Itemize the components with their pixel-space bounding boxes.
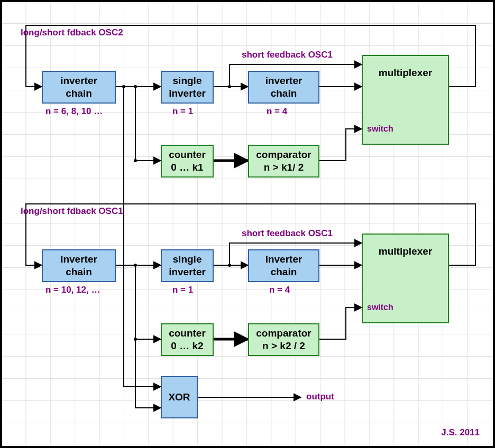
osc2-single-inv-sub: n = 1 [172, 285, 193, 295]
osc2-inv-chain-b-sub: n = 4 [269, 285, 290, 295]
osc1-inverter-chain-a: inverter chain [42, 71, 116, 104]
label-credit: J.S. 2011 [441, 427, 480, 438]
label-fdback-osc2: long/short fdback OSC2 [21, 27, 123, 38]
osc2-inv-chain-a-sub: n = 10, 12, … [45, 285, 100, 295]
text: inverter [60, 74, 97, 87]
text: inverter [265, 74, 302, 87]
text: counter [169, 327, 206, 340]
text: XOR [168, 391, 190, 404]
text: counter [169, 148, 206, 161]
text: 0 … k2 [171, 340, 203, 352]
text: comparator [256, 148, 311, 161]
text: n > k1/ 2 [264, 161, 304, 174]
text: chain [271, 266, 297, 278]
text: n > k2 / 2 [262, 340, 305, 352]
diagram-frame: long/short fdback OSC2 long/short fdback… [0, 0, 495, 448]
mux-switch-label: switch [367, 124, 393, 134]
text: single [173, 74, 202, 87]
text: inverter [169, 266, 206, 278]
text: inverter [169, 87, 206, 100]
osc2-multiplexer: multiplexer switch [362, 234, 449, 323]
osc1-counter: counter 0 … k1 [161, 145, 214, 178]
osc2-inverter-chain-a: inverter chain [42, 249, 116, 282]
label-short-fb-1: short feedback OSC1 [242, 50, 333, 60]
text: inverter [265, 253, 302, 266]
osc1-single-inverter: single inverter [161, 71, 214, 104]
osc1-inv-chain-b-sub: n = 4 [267, 106, 287, 117]
text: chain [271, 87, 297, 100]
text: chain [66, 87, 92, 100]
mux-title: multiplexer [379, 67, 432, 79]
osc1-comparator: comparator n > k1/ 2 [248, 145, 319, 178]
osc2-comparator: comparator n > k2 / 2 [248, 323, 319, 356]
text: chain [66, 266, 92, 278]
label-short-fb-2: short feedback OSC1 [242, 228, 333, 239]
xor-gate: XOR [161, 376, 198, 418]
osc1-multiplexer: multiplexer switch [362, 55, 449, 145]
osc1-inverter-chain-b: inverter chain [248, 71, 319, 104]
label-fdback-osc1: long/short fdback OSC1 [21, 206, 123, 217]
osc1-single-inv-sub: n = 1 [172, 106, 193, 117]
osc1-inv-chain-a-sub: n = 6, 8, 10 … [45, 106, 103, 117]
label-output: output [306, 391, 334, 402]
osc2-single-inverter: single inverter [161, 249, 214, 282]
text: inverter [60, 253, 97, 266]
text: comparator [256, 327, 311, 340]
osc2-inverter-chain-b: inverter chain [248, 249, 319, 282]
text: 0 … k1 [171, 161, 203, 174]
osc2-counter: counter 0 … k2 [161, 323, 214, 356]
mux-title: multiplexer [379, 245, 432, 258]
text: single [173, 253, 202, 266]
mux-switch-label: switch [367, 302, 393, 313]
